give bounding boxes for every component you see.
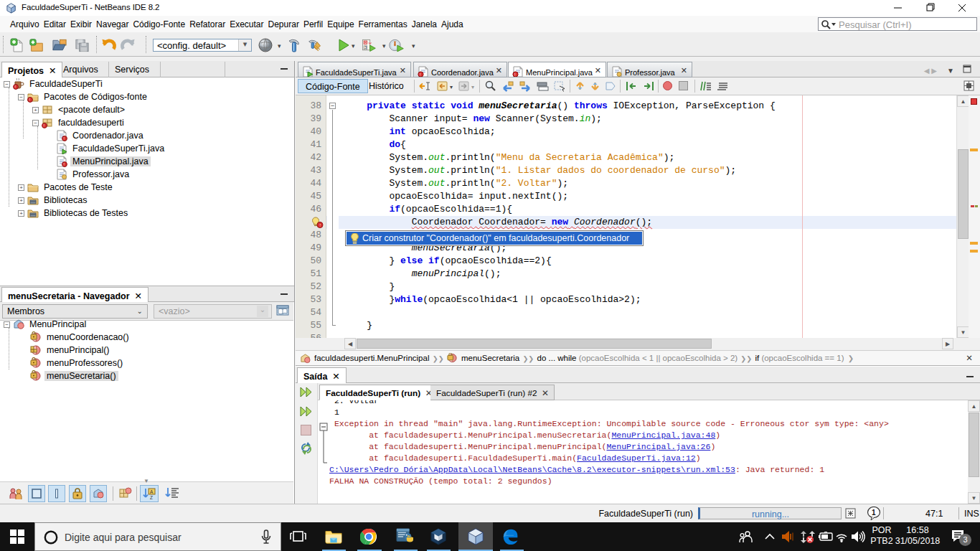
svg-text:3: 3 (364, 46, 367, 50)
svg-text:1: 1 (872, 509, 876, 517)
svg-text:Z: Z (150, 495, 153, 500)
svg-text:A: A (150, 489, 154, 494)
svg-text:!: ! (319, 223, 322, 228)
